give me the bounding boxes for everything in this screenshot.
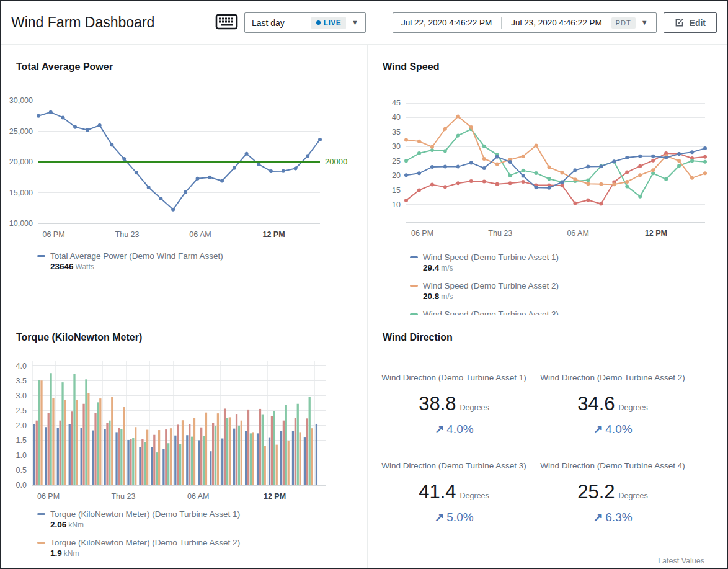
- dashboard-grid: Total Average Power 30,00025,00020,00015…: [1, 45, 727, 568]
- kpi-value: 34.6: [577, 393, 615, 414]
- keyboard-shortcuts-button[interactable]: [215, 14, 238, 32]
- panel-torque: Torque (KiloNewton Meter) 4.03.53.02.52.…: [1, 315, 368, 568]
- legend-value: 20.8: [423, 292, 439, 301]
- kpi-label: Wind Direction (Demo Turbine Asset 3): [376, 460, 531, 473]
- svg-text:20: 20: [392, 171, 401, 180]
- svg-text:20000: 20000: [325, 157, 347, 166]
- trend-up-icon: ↗: [434, 423, 444, 436]
- edit-icon: [675, 18, 684, 27]
- svg-text:25,000: 25,000: [9, 127, 33, 136]
- kpi-value: 41.4: [419, 481, 456, 503]
- svg-text:15,000: 15,000: [9, 189, 33, 197]
- kpi-unit: Degrees: [619, 491, 648, 500]
- dashboard-header: Wind Farm Dashboard Last day LIVE: [1, 1, 727, 45]
- kpi-label: Wind Direction (Demo Turbine Asset 1): [376, 372, 531, 385]
- svg-text:2.0: 2.0: [16, 421, 27, 430]
- svg-text:Thu 23: Thu 23: [115, 230, 140, 239]
- series-dash-icon: [37, 513, 45, 515]
- series-dash-icon: [37, 542, 45, 544]
- svg-text:1.0: 1.0: [16, 451, 27, 460]
- kpi-value: 38.8: [419, 393, 456, 414]
- wind-speed-chart: 454035302520151006 PMThu 2306 AM12 PM: [376, 92, 724, 247]
- torque-chart: 4.03.53.02.52.01.51.00.50.006 PMThu 2306…: [4, 352, 351, 508]
- legend-entry: Torque (KiloNewton Meter) (Demo Turbine …: [37, 509, 367, 531]
- header-controls: Last day LIVE ▼ Jul 22, 2020 4:46:22 PM …: [215, 12, 717, 33]
- svg-text:4.0: 4.0: [16, 362, 27, 370]
- svg-text:06 PM: 06 PM: [411, 229, 433, 238]
- svg-text:2.5: 2.5: [16, 406, 27, 415]
- svg-text:30: 30: [392, 142, 401, 151]
- svg-text:35: 35: [392, 128, 401, 137]
- kpi-label: Wind Direction (Demo Turbine Asset 2): [535, 372, 690, 385]
- legend-entry-clipped: Torque (KiloNewton Meter) (Demo Turbine …: [37, 566, 367, 568]
- panel-wind-direction: Wind Direction Wind Direction (Demo Turb…: [368, 315, 727, 568]
- legend-unit: m/s: [441, 264, 453, 272]
- panel-title: Torque (KiloNewton Meter): [16, 331, 367, 344]
- latest-values-label: Latest Values: [658, 557, 704, 565]
- trend-up-icon: ↗: [593, 423, 603, 436]
- svg-text:06 AM: 06 AM: [187, 492, 209, 501]
- svg-text:25: 25: [392, 157, 401, 166]
- svg-text:06 PM: 06 PM: [42, 230, 64, 239]
- legend-value: 1.9: [50, 549, 62, 558]
- keyboard-icon: [215, 14, 238, 32]
- timezone-badge: PDT: [611, 17, 636, 29]
- trend-up-icon: ↗: [593, 511, 603, 524]
- chevron-down-icon: ▼: [352, 19, 358, 26]
- total-average-power-chart: 30,00025,00020,00015,00010,00006 PMThu 2…: [4, 92, 351, 246]
- kpi-wind-direction-4: Wind Direction (Demo Turbine Asset 4) 25…: [535, 460, 690, 524]
- time-interval-select[interactable]: Last day LIVE ▼: [244, 12, 366, 33]
- panel-total-average-power: Total Average Power 30,00025,00020,00015…: [1, 45, 368, 315]
- series-dash-icon: [410, 285, 418, 287]
- legend-label: Total Average Power (Demo Wind Farm Asse…: [50, 251, 223, 261]
- date-range-select[interactable]: Jul 22, 2020 4:46:22 PM Jul 23, 2020 4:4…: [393, 12, 657, 33]
- edit-button[interactable]: Edit: [664, 12, 717, 33]
- svg-text:40: 40: [392, 113, 401, 122]
- series-dash-icon: [37, 255, 45, 257]
- kpi-label: Wind Direction (Demo Turbine Asset 4): [535, 460, 690, 473]
- kpi-wind-direction-3: Wind Direction (Demo Turbine Asset 3) 41…: [376, 460, 531, 524]
- svg-text:10: 10: [392, 200, 401, 209]
- kpi-trend: ↗5.0%: [376, 510, 531, 524]
- svg-text:15: 15: [392, 186, 401, 195]
- panel-wind-speed: Wind Speed 454035302520151006 PMThu 2306…: [368, 45, 727, 315]
- kpi-unit: Degrees: [460, 491, 489, 500]
- page-title: Wind Farm Dashboard: [11, 14, 154, 31]
- legend-value: 2.06: [50, 520, 66, 529]
- legend: Torque (KiloNewton Meter) (Demo Turbine …: [37, 509, 367, 568]
- legend-value: 29.4: [423, 263, 439, 272]
- svg-text:06 AM: 06 AM: [567, 229, 588, 238]
- svg-text:Thu 23: Thu 23: [111, 492, 135, 501]
- svg-text:20,000: 20,000: [9, 158, 33, 166]
- legend-label: Wind Speed (Demo Turbine Asset 3): [423, 309, 559, 315]
- panel-title: Wind Speed: [383, 61, 727, 73]
- legend-label: Wind Speed (Demo Turbine Asset 1): [423, 252, 559, 262]
- panel-title: Wind Direction: [383, 331, 727, 344]
- legend-unit: kNm: [64, 549, 79, 558]
- svg-text:3.5: 3.5: [16, 377, 27, 385]
- legend-entry: Wind Speed (Demo Turbine Asset 1) 29.4m/…: [410, 252, 727, 274]
- legend-entry-clipped: Wind Speed (Demo Turbine Asset 3): [410, 309, 727, 315]
- kpi-trend: ↗4.0%: [376, 422, 531, 436]
- svg-text:12 PM: 12 PM: [262, 230, 285, 239]
- svg-text:06 AM: 06 AM: [189, 230, 211, 239]
- end-date: Jul 23, 2020 4:46:22 PM: [511, 18, 601, 27]
- live-badge: LIVE: [311, 17, 346, 29]
- svg-text:12 PM: 12 PM: [264, 492, 286, 501]
- legend: Wind Speed (Demo Turbine Asset 1) 29.4m/…: [410, 252, 727, 315]
- live-dot-icon: [316, 20, 321, 25]
- svg-text:0.5: 0.5: [16, 466, 27, 475]
- panel-title: Total Average Power: [16, 61, 367, 73]
- series-dash-icon: [410, 256, 418, 258]
- legend-unit: Watts: [76, 262, 94, 271]
- start-date: Jul 22, 2020 4:46:22 PM: [401, 18, 492, 27]
- legend-unit: m/s: [441, 292, 453, 301]
- trend-up-icon: ↗: [434, 511, 444, 524]
- svg-text:0.0: 0.0: [16, 481, 27, 490]
- kpi-value: 25.2: [577, 481, 615, 503]
- legend-value: 23646: [50, 262, 74, 271]
- kpi-wind-direction-2: Wind Direction (Demo Turbine Asset 2) 34…: [535, 372, 690, 436]
- legend-entry: Wind Speed (Demo Turbine Asset 2) 20.8m/…: [410, 280, 727, 302]
- svg-text:45: 45: [392, 99, 401, 107]
- svg-text:06 PM: 06 PM: [37, 492, 60, 501]
